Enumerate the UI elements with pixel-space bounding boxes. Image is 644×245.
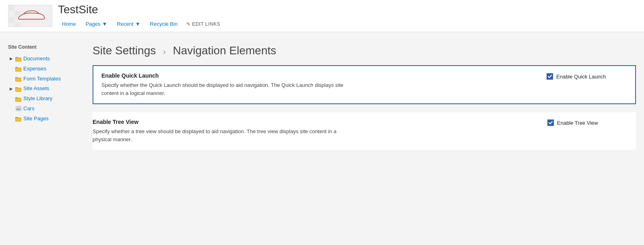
svg-rect-4 — [14, 11, 20, 16]
edit-links-button[interactable]: ✎ EDIT LINKS — [186, 21, 220, 27]
recent-dropdown-icon: ▼ — [135, 21, 140, 27]
section-right-quick-launch: Enable Quick Launch — [547, 72, 627, 80]
svg-rect-14 — [16, 68, 21, 71]
expand-icon-site-assets: ▶ — [10, 86, 13, 92]
nav-recycle-bin[interactable]: Recycle Bin — [146, 19, 182, 29]
nav-recent[interactable]: Recent ▼ — [113, 19, 144, 29]
enable-tree-view-section: Enable Tree View Specify whether a tree … — [93, 112, 636, 150]
header: TestSite Home Pages ▼ Recent ▼ Recycle B… — [0, 0, 644, 32]
top-nav: Home Pages ▼ Recent ▼ Recycle Bin ✎ EDIT… — [58, 19, 220, 29]
svg-point-26 — [19, 107, 20, 108]
folder-icon-style-library — [15, 96, 22, 102]
page-heading: Site Settings › Navigation Elements — [93, 44, 636, 57]
heading-part2: Navigation Elements — [173, 44, 276, 57]
sidebar: Site Content ▶ Documents — [8, 44, 76, 158]
nav-pages[interactable]: Pages ▼ — [82, 19, 111, 29]
enable-quick-launch-section: Enable Quick Launch Specify whether the … — [93, 65, 636, 104]
svg-rect-25 — [16, 107, 21, 111]
sidebar-title: Site Content — [8, 44, 76, 50]
pencil-icon: ✎ — [186, 21, 190, 27]
site-logo — [8, 5, 52, 27]
sidebar-item-documents[interactable]: ▶ Documents — [8, 54, 76, 64]
image-icon-cars — [15, 106, 22, 111]
svg-rect-6 — [14, 17, 20, 23]
pages-dropdown-icon: ▼ — [102, 21, 107, 27]
svg-rect-17 — [16, 78, 21, 81]
tree-view-checkbox[interactable] — [547, 119, 554, 126]
sidebar-item-site-pages[interactable]: Site Pages — [8, 114, 76, 124]
svg-rect-5 — [9, 17, 14, 23]
quick-launch-checkbox-label: Enable Quick Launch — [556, 74, 606, 80]
folder-icon-site-assets — [15, 86, 22, 92]
folder-icon-expenses — [15, 66, 22, 72]
heading-part1: Site Settings — [93, 44, 156, 57]
expand-icon-documents: ▶ — [10, 56, 13, 62]
quick-launch-title: Enable Quick Launch — [101, 72, 359, 79]
svg-rect-3 — [9, 11, 14, 16]
sidebar-item-site-assets[interactable]: ▶ Site Assets — [8, 84, 76, 94]
tree-view-checkbox-label: Enable Tree View — [557, 120, 598, 126]
logo-area: TestSite Home Pages ▼ Recent ▼ Recycle B… — [8, 3, 220, 29]
quick-launch-desc: Specify whether the Quick Launch should … — [101, 81, 359, 97]
svg-rect-7 — [9, 23, 14, 27]
folder-icon-site-pages — [15, 116, 22, 121]
section-left-tree-view: Enable Tree View Specify whether a tree … — [93, 119, 350, 143]
sidebar-item-expenses[interactable]: Expenses — [8, 64, 76, 74]
svg-rect-1 — [9, 5, 14, 11]
svg-rect-2 — [14, 5, 20, 11]
site-title-area: TestSite Home Pages ▼ Recent ▼ Recycle B… — [58, 3, 220, 29]
nav-home[interactable]: Home — [58, 19, 80, 29]
folder-icon-form-templates — [15, 76, 22, 82]
site-title: TestSite — [58, 3, 220, 16]
svg-rect-11 — [16, 58, 21, 61]
sidebar-item-cars[interactable]: Cars — [8, 104, 76, 114]
folder-icon-documents — [15, 56, 22, 62]
section-right-tree-view: Enable Tree View — [547, 119, 628, 126]
main-layout: Site Content ▶ Documents — [0, 32, 644, 170]
quick-launch-checkbox[interactable] — [547, 73, 553, 80]
tree-view-desc: Specify whether a tree view should be di… — [93, 128, 350, 143]
tree-view-title: Enable Tree View — [93, 119, 350, 125]
sidebar-item-form-templates[interactable]: Form Templates — [8, 74, 76, 84]
svg-rect-20 — [16, 88, 21, 91]
sidebar-item-style-library[interactable]: Style Library — [8, 94, 76, 104]
section-left-quick-launch: Enable Quick Launch Specify whether the … — [101, 72, 359, 97]
content-area: Site Settings › Navigation Elements Enab… — [93, 44, 636, 158]
svg-rect-8 — [14, 23, 20, 27]
svg-rect-29 — [16, 118, 21, 121]
svg-rect-23 — [16, 98, 21, 101]
heading-separator: › — [163, 47, 166, 56]
